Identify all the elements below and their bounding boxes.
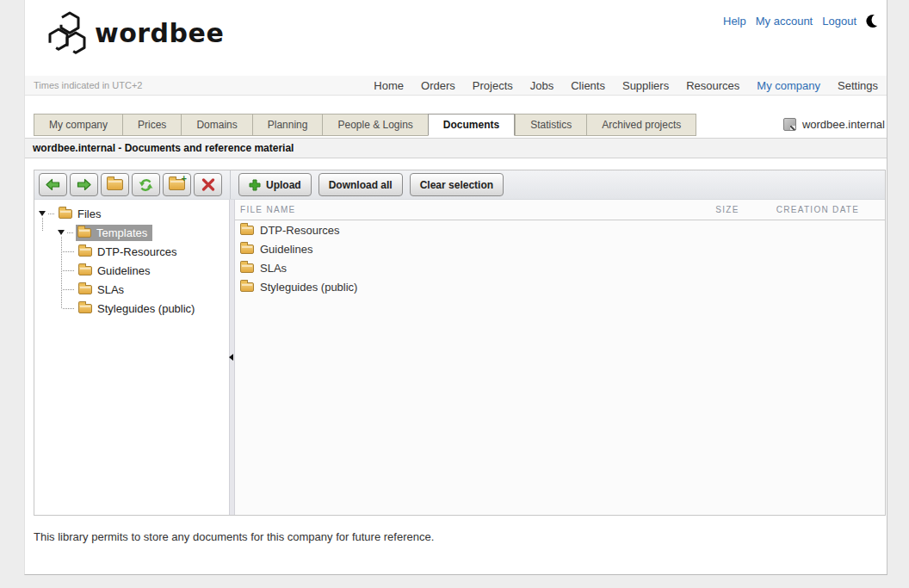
download-all-button[interactable]: Download all xyxy=(318,173,403,196)
panel-splitter[interactable] xyxy=(229,200,235,515)
tab-prices[interactable]: Prices xyxy=(122,114,181,136)
clear-selection-label: Clear selection xyxy=(420,179,493,191)
tab-my-company[interactable]: My company xyxy=(34,114,122,136)
tab-people-logins[interactable]: People & Logins xyxy=(322,114,427,136)
refresh-button[interactable] xyxy=(132,173,160,196)
nav-item-settings[interactable]: Settings xyxy=(838,79,878,92)
tree-item-label: Styleguides (public) xyxy=(97,302,195,315)
tree-vertical-connector xyxy=(42,218,43,231)
file-row-slas[interactable]: SLAs xyxy=(235,258,885,277)
folder-icon xyxy=(240,263,254,273)
tree-item-dtp-resources[interactable]: DTP-Resources xyxy=(77,244,182,260)
nav-item-projects[interactable]: Projects xyxy=(473,79,513,92)
tab-group: My companyPricesDomainsPlanningPeople & … xyxy=(34,114,696,136)
upload-button[interactable]: Upload xyxy=(238,173,312,196)
utility-bar: Times indicated in UTC+2 HomeOrdersProje… xyxy=(25,76,887,96)
header: wordbee HelpMy accountLogout xyxy=(25,0,887,76)
upload-button-label: Upload xyxy=(266,179,301,191)
delete-x-icon xyxy=(201,178,215,191)
tab-planning[interactable]: Planning xyxy=(252,114,323,136)
nav-item-jobs[interactable]: Jobs xyxy=(530,79,553,92)
timezone-note: Times indicated in UTC+2 xyxy=(34,80,142,90)
column-header-file-name: FILE NAME xyxy=(240,205,697,214)
header-link-logout[interactable]: Logout xyxy=(822,15,856,28)
file-name: SLAs xyxy=(260,262,697,275)
nav-item-orders[interactable]: Orders xyxy=(421,79,455,92)
folder-icon xyxy=(240,244,254,254)
file-row-guidelines[interactable]: Guidelines xyxy=(235,239,885,258)
header-links: HelpMy accountLogout xyxy=(723,14,881,28)
tree-row: Files xyxy=(34,204,229,223)
folder-icon xyxy=(240,226,254,235)
wordbee-logo[interactable]: wordbee xyxy=(47,10,224,55)
tree-connector xyxy=(63,289,74,290)
nav-item-suppliers[interactable]: Suppliers xyxy=(622,79,669,92)
tree-rows: FilesTemplatesDTP-ResourcesGuidelinesSLA… xyxy=(34,204,229,318)
header-link-help[interactable]: Help xyxy=(723,15,746,28)
tab-statistics[interactable]: Statistics xyxy=(515,114,586,136)
file-list: FILE NAMESIZECREATION DATE DTP-Resources… xyxy=(235,200,885,515)
main-nav: HomeOrdersProjectsJobsClientsSuppliersRe… xyxy=(374,79,878,92)
tree-expander-icon[interactable] xyxy=(39,211,46,216)
nav-item-resources[interactable]: Resources xyxy=(686,79,739,92)
back-button[interactable] xyxy=(39,173,67,196)
file-row-styleguides-public[interactable]: Styleguides (public) xyxy=(235,277,885,296)
open-folder-button[interactable] xyxy=(101,173,129,196)
tree-item-templates[interactable]: Templates xyxy=(76,225,152,241)
plus-badge-icon: + xyxy=(182,173,187,183)
column-header-creation-date: CREATION DATE xyxy=(758,205,878,214)
company-context-label: wordbee.internal xyxy=(802,118,885,131)
file-name: Styleguides (public) xyxy=(260,281,697,294)
nav-item-home[interactable]: Home xyxy=(374,79,404,92)
page-title: wordbee.internal - Documents and referen… xyxy=(25,138,887,158)
collapse-panel-arrow-icon[interactable] xyxy=(229,354,233,361)
tree-item-styleguides-public[interactable]: Styleguides (public) xyxy=(77,300,200,317)
wordbee-logo-icon xyxy=(47,10,87,55)
file-row-dtp-resources[interactable]: DTP-Resources xyxy=(235,220,885,239)
column-header-size: SIZE xyxy=(697,205,758,214)
tree-connector xyxy=(63,251,74,252)
tree-connector xyxy=(63,270,74,271)
app-window: wordbee HelpMy accountLogout Times indic… xyxy=(24,0,887,575)
toolbar-divider xyxy=(230,170,231,199)
tree-row: SLAs xyxy=(34,280,229,299)
header-link-my-account[interactable]: My account xyxy=(756,15,813,28)
tree-row: Styleguides (public) xyxy=(34,299,229,318)
nav-item-my-company[interactable]: My company xyxy=(757,79,820,92)
forward-button[interactable] xyxy=(70,173,98,196)
tab-archived-projects[interactable]: Archived projects xyxy=(586,114,696,136)
new-folder-button[interactable]: + xyxy=(163,173,191,196)
folder-icon xyxy=(78,266,92,275)
tree-row: Guidelines xyxy=(34,261,229,280)
file-list-rows: DTP-ResourcesGuidelinesSLAsStyleguides (… xyxy=(235,220,885,296)
tree-item-label: Templates xyxy=(96,226,147,239)
nav-item-clients[interactable]: Clients xyxy=(571,79,605,92)
moon-icon[interactable] xyxy=(866,14,881,28)
tree-item-label: DTP-Resources xyxy=(97,245,176,258)
folder-icon xyxy=(78,304,92,313)
wordbee-logo-text: wordbee xyxy=(95,18,224,48)
tree-item-guidelines[interactable]: Guidelines xyxy=(77,263,155,279)
tree-item-slas[interactable]: SLAs xyxy=(77,282,129,298)
tree-vertical-connector xyxy=(61,237,62,308)
file-name: DTP-Resources xyxy=(260,224,697,237)
tree-connector xyxy=(63,308,74,309)
download-all-label: Download all xyxy=(329,179,393,191)
folder-icon xyxy=(59,209,72,219)
tree-item-label: Files xyxy=(77,207,101,220)
library-description: This library permits to store any docume… xyxy=(34,530,887,543)
tree-item-files[interactable]: Files xyxy=(57,206,106,222)
new-folder-icon: + xyxy=(169,179,185,190)
folder-tree: FilesTemplatesDTP-ResourcesGuidelinesSLA… xyxy=(34,200,229,515)
tree-row: Templates xyxy=(34,223,229,242)
tree-item-label: SLAs xyxy=(97,283,124,296)
company-context: wordbee.internal xyxy=(783,118,885,131)
file-name: Guidelines xyxy=(260,243,697,256)
tree-expander-icon[interactable] xyxy=(58,230,65,235)
clear-selection-button[interactable]: Clear selection xyxy=(410,173,504,196)
folder-icon xyxy=(78,247,92,257)
tab-documents[interactable]: Documents xyxy=(428,114,515,136)
delete-button[interactable] xyxy=(194,173,222,196)
tree-connector xyxy=(67,232,73,233)
tab-domains[interactable]: Domains xyxy=(181,114,251,136)
